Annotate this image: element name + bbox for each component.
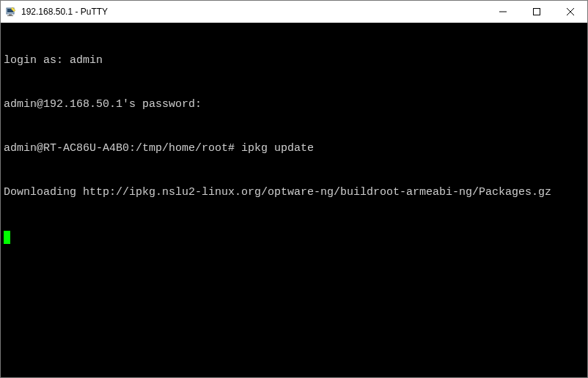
svg-rect-5 (534, 9, 540, 15)
minimize-button[interactable] (486, 1, 520, 23)
svg-rect-2 (9, 14, 12, 15)
putty-icon (5, 6, 17, 18)
terminal-line: admin@RT-AC86U-A4B0:/tmp/home/root# ipkg… (4, 141, 584, 156)
titlebar[interactable]: 192.168.50.1 - PuTTY (1, 1, 587, 23)
window-title: 192.168.50.1 - PuTTY (21, 7, 108, 17)
window-controls (486, 1, 587, 23)
close-button[interactable] (554, 1, 587, 23)
terminal-area[interactable]: login as: admin admin@192.168.50.1's pas… (1, 23, 587, 377)
terminal-line: admin@192.168.50.1's password: (4, 97, 584, 112)
svg-rect-3 (7, 15, 13, 16)
cursor-block (4, 231, 10, 244)
terminal-cursor-line (4, 229, 584, 244)
putty-window: 192.168.50.1 - PuTTY login as: admin adm… (0, 0, 588, 378)
maximize-button[interactable] (520, 1, 554, 23)
terminal-line: Downloading http://ipkg.nslu2-linux.org/… (4, 185, 584, 200)
terminal-line: login as: admin (4, 53, 584, 68)
